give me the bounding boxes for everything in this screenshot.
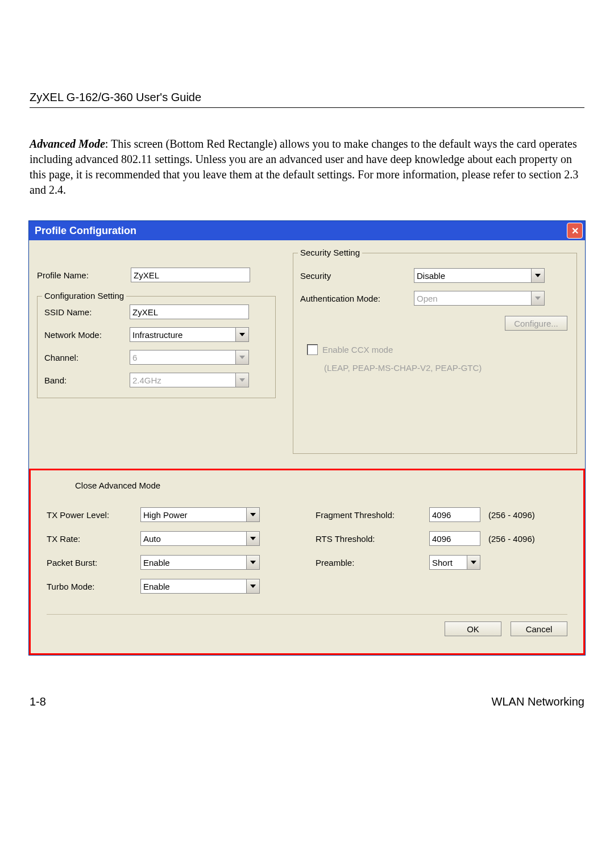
fragment-threshold-label: Fragment Threshold: bbox=[316, 510, 429, 520]
page-number: 1-8 bbox=[30, 695, 46, 708]
tx-power-select[interactable]: High Power bbox=[140, 507, 260, 522]
close-advanced-mode-link[interactable]: Close Advanced Mode bbox=[75, 481, 160, 490]
window-title: Profile Configuration bbox=[35, 225, 136, 237]
document-header: ZyXEL G-162/G-360 User's Guide bbox=[30, 91, 584, 108]
turbo-mode-label: Turbo Mode: bbox=[47, 582, 140, 591]
profile-name-input[interactable]: ZyXEL bbox=[131, 268, 250, 282]
ssid-label: SSID Name: bbox=[44, 307, 130, 317]
security-select[interactable]: Disable bbox=[414, 268, 545, 283]
security-value: Disable bbox=[417, 271, 445, 281]
packet-burst-value: Enable bbox=[143, 558, 170, 567]
preamble-select[interactable]: Short bbox=[429, 555, 480, 570]
configuration-setting-group: Configuration Setting SSID Name: ZyXEL N… bbox=[37, 296, 276, 398]
auth-mode-value: Open bbox=[417, 294, 438, 303]
titlebar: Profile Configuration ✕ bbox=[29, 221, 585, 240]
chevron-down-icon bbox=[246, 556, 259, 569]
tx-power-value: High Power bbox=[143, 510, 188, 520]
enable-ccx-checkbox bbox=[307, 344, 318, 355]
tx-power-label: TX Power Level: bbox=[47, 510, 140, 520]
fragment-threshold-value: 4096 bbox=[432, 510, 451, 520]
tx-rate-select[interactable]: Auto bbox=[140, 531, 260, 546]
network-mode-label: Network Mode: bbox=[44, 330, 130, 340]
close-button[interactable]: ✕ bbox=[567, 223, 583, 239]
profile-name-label: Profile Name: bbox=[37, 270, 131, 280]
turbo-mode-value: Enable bbox=[143, 582, 170, 591]
rts-threshold-range: (256 - 4096) bbox=[488, 534, 535, 544]
ssid-value: ZyXEL bbox=[132, 307, 158, 317]
ssid-input[interactable]: ZyXEL bbox=[130, 304, 249, 319]
cancel-button-label: Cancel bbox=[526, 624, 553, 634]
packet-burst-label: Packet Burst: bbox=[47, 558, 140, 567]
para-lead: Advanced Mode bbox=[30, 137, 105, 150]
security-setting-legend: Security Setting bbox=[298, 248, 362, 257]
packet-burst-select[interactable]: Enable bbox=[140, 555, 260, 570]
fragment-threshold-range: (256 - 4096) bbox=[488, 510, 535, 520]
chevron-down-icon bbox=[246, 532, 259, 545]
auth-mode-select: Open bbox=[414, 291, 545, 306]
chevron-down-icon bbox=[246, 579, 259, 593]
cancel-button[interactable]: Cancel bbox=[511, 621, 567, 636]
configure-button-label: Configure... bbox=[514, 319, 558, 328]
chevron-down-icon bbox=[235, 328, 248, 341]
rts-threshold-value: 4096 bbox=[432, 534, 451, 544]
band-select: 2.4GHz bbox=[130, 373, 249, 387]
advanced-mode-paragraph: Advanced Mode: This screen (Bottom Red R… bbox=[30, 136, 584, 198]
network-mode-value: Infrastructure bbox=[132, 330, 182, 340]
profile-name-value: ZyXEL bbox=[134, 270, 159, 280]
ok-button-label: OK bbox=[467, 624, 479, 634]
preamble-value: Short bbox=[432, 558, 453, 567]
preamble-label: Preamble: bbox=[316, 558, 429, 567]
advanced-mode-section: Close Advanced Mode TX Power Level: High… bbox=[29, 469, 585, 655]
fragment-threshold-input[interactable]: 4096 bbox=[429, 507, 480, 522]
chevron-down-icon bbox=[246, 508, 259, 521]
chevron-down-icon bbox=[235, 373, 248, 387]
channel-select: 6 bbox=[130, 350, 249, 365]
security-setting-group: Security Setting Security Disable Authen… bbox=[293, 253, 577, 454]
rts-threshold-label: RTS Threshold: bbox=[316, 534, 429, 544]
tx-rate-label: TX Rate: bbox=[47, 534, 140, 544]
security-label: Security bbox=[300, 271, 414, 281]
chevron-down-icon bbox=[531, 291, 544, 305]
ccx-subtext: (LEAP, PEAP-MS-CHAP-V2, PEAP-GTC) bbox=[324, 363, 570, 373]
chevron-down-icon bbox=[235, 350, 248, 364]
profile-configuration-window: Profile Configuration ✕ Profile Name: Zy… bbox=[28, 220, 586, 656]
channel-value: 6 bbox=[132, 353, 137, 362]
rts-threshold-input[interactable]: 4096 bbox=[429, 531, 480, 546]
turbo-mode-select[interactable]: Enable bbox=[140, 579, 260, 594]
footer-right: WLAN Networking bbox=[492, 695, 584, 708]
close-icon: ✕ bbox=[571, 226, 579, 236]
ok-button[interactable]: OK bbox=[445, 621, 501, 636]
chevron-down-icon bbox=[467, 556, 480, 569]
configuration-setting-legend: Configuration Setting bbox=[42, 291, 126, 301]
auth-mode-label: Authentication Mode: bbox=[300, 294, 414, 303]
channel-label: Channel: bbox=[44, 353, 130, 362]
network-mode-select[interactable]: Infrastructure bbox=[130, 327, 249, 342]
band-label: Band: bbox=[44, 375, 130, 385]
chevron-down-icon bbox=[531, 269, 544, 282]
enable-ccx-label: Enable CCX mode bbox=[322, 345, 393, 354]
configure-button: Configure... bbox=[505, 316, 567, 331]
band-value: 2.4GHz bbox=[132, 375, 161, 385]
para-body: : This screen (Bottom Red Rectangle) all… bbox=[30, 137, 578, 196]
tx-rate-value: Auto bbox=[143, 534, 161, 544]
